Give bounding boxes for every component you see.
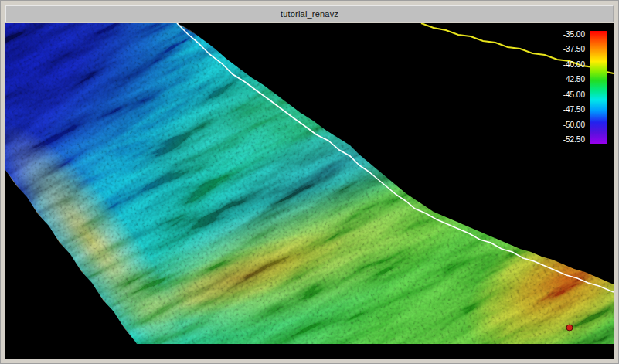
window-titlebar[interactable]: tutorial_renavz [5,5,614,22]
legend-colorbar [590,31,607,144]
nav-point-marker[interactable] [566,325,573,331]
window-title: tutorial_renavz [281,9,338,19]
legend-label: -52.50 [563,136,585,144]
bathymetry-canvas[interactable]: -35.00-37.50-40.00-42.50-45.00-47.50-50.… [5,23,614,359]
legend-labels: -35.00-37.50-40.00-42.50-45.00-47.50-50.… [563,31,585,144]
app-window: tutorial_renavz [0,0,619,364]
legend-label: -37.50 [563,46,585,53]
legend-label: -40.00 [563,61,585,69]
legend-label: -45.00 [563,91,585,99]
bathymetry-3d-view[interactable] [5,23,614,359]
color-scale-legend: -35.00-37.50-40.00-42.50-45.00-47.50-50.… [563,31,607,144]
legend-label: -50.00 [563,121,585,129]
legend-label: -42.50 [563,76,585,83]
legend-label: -35.00 [563,31,585,39]
legend-label: -47.50 [563,106,585,114]
